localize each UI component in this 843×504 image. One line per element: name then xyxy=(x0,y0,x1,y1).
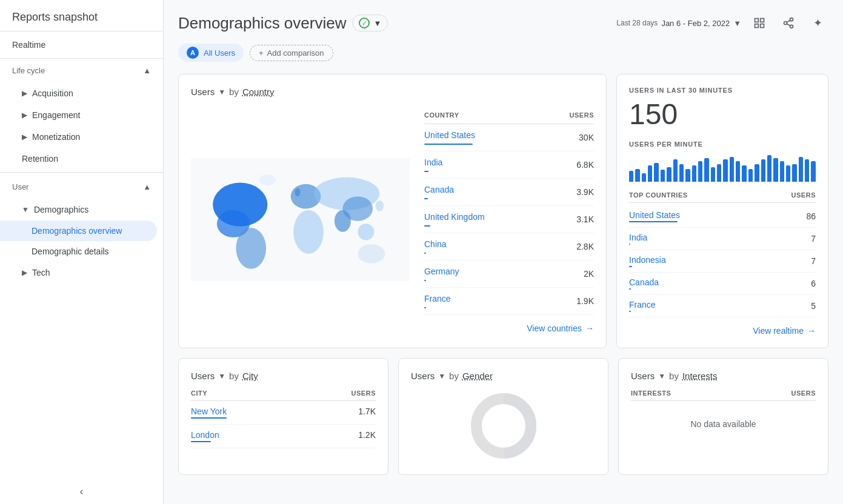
svg-point-17 xyxy=(342,197,373,222)
bar xyxy=(799,157,803,182)
bar xyxy=(704,158,708,182)
chevron-down-icon: ▼ xyxy=(22,205,29,214)
chevron-right-icon: ▶ xyxy=(22,89,27,98)
table-row: United States 30K xyxy=(424,124,594,151)
bar xyxy=(736,161,740,182)
sidebar-item-retention[interactable]: Retention xyxy=(0,148,163,170)
bar xyxy=(711,167,715,182)
bar xyxy=(755,164,759,182)
bar xyxy=(648,165,652,182)
country-table: COUNTRY USERS United States 30K India 6.… xyxy=(424,107,594,333)
sidebar-item-realtime[interactable]: Realtime xyxy=(0,31,163,59)
bar xyxy=(767,155,771,182)
bar xyxy=(761,159,765,182)
interests-card-title: Users ▼ by Interests xyxy=(631,371,816,381)
main-cards-row: Users ▼ by Country xyxy=(178,74,828,348)
sparkle-icon-button[interactable]: ✦ xyxy=(807,12,828,34)
interests-card: Users ▼ by Interests INTERESTS USERS No … xyxy=(618,358,828,475)
svg-rect-1 xyxy=(761,19,764,22)
gender-donut-chart xyxy=(411,390,596,462)
table-row: India 7 xyxy=(629,228,816,250)
map-section: COUNTRY USERS United States 30K India 6.… xyxy=(191,107,594,333)
page-title: Demographics overview xyxy=(178,14,346,33)
per-minute-chart xyxy=(629,151,816,182)
bar xyxy=(811,161,815,182)
bar xyxy=(635,169,639,182)
no-data-message: No data available xyxy=(631,401,816,447)
table-row: United States 86 xyxy=(629,205,816,228)
svg-rect-0 xyxy=(755,19,759,22)
table-row: China 2.8K xyxy=(424,233,594,260)
dropdown-arrow-icon[interactable]: ▼ xyxy=(218,372,225,380)
arrow-right-icon: → xyxy=(807,326,816,336)
map-card-title: Users ▼ by Country xyxy=(191,87,594,97)
table-row: United Kingdom 3.1K xyxy=(424,206,594,233)
bar xyxy=(679,164,684,182)
chevron-up-icon: ▲ xyxy=(143,66,151,75)
collapse-sidebar-button[interactable]: ‹ xyxy=(80,485,84,498)
interests-col-headers: INTERESTS USERS xyxy=(631,390,816,401)
status-badge[interactable]: ✓ ▼ xyxy=(352,15,388,31)
date-range-selector[interactable]: Last 28 days Jan 6 - Feb 2, 2022 ▼ xyxy=(616,19,741,28)
sidebar-sub-item-demographic-details[interactable]: Demographic details xyxy=(0,241,163,262)
sidebar-section-lifecycle[interactable]: Life cycle ▲ xyxy=(0,59,163,82)
svg-point-14 xyxy=(293,210,324,254)
share-icon-button[interactable] xyxy=(778,12,799,34)
bar xyxy=(673,159,678,182)
svg-point-22 xyxy=(259,175,276,186)
add-comparison-button[interactable]: + Add comparison xyxy=(250,45,333,61)
svg-point-19 xyxy=(358,245,385,264)
main-content: Demographics overview ✓ ▼ Last 28 days J… xyxy=(164,0,843,504)
svg-point-18 xyxy=(358,224,374,240)
realtime-user-count: 150 xyxy=(629,98,816,131)
bar xyxy=(654,163,658,182)
view-realtime-link[interactable]: View realtime → xyxy=(629,326,816,336)
sidebar-sub-item-demographics-overview[interactable]: Demographics overview xyxy=(0,220,157,241)
sidebar-item-demographics[interactable]: ▼ Demographics xyxy=(0,199,163,220)
bar xyxy=(717,164,721,182)
sidebar-section-user[interactable]: User ▲ xyxy=(0,175,163,199)
dropdown-arrow-icon[interactable]: ▼ xyxy=(658,372,665,380)
gender-card-title: Users ▼ by Gender xyxy=(411,371,596,381)
bar xyxy=(786,165,790,182)
bottom-cards-row: Users ▼ by City CITY USERS New York 1.7K… xyxy=(178,358,828,475)
sidebar-item-acquisition[interactable]: ▶ Acquisition xyxy=(0,82,163,104)
chevron-down-icon: ▼ xyxy=(733,19,741,28)
per-minute-label: USERS PER MINUTE xyxy=(629,141,816,148)
bar xyxy=(685,169,690,182)
dropdown-arrow-icon[interactable]: ▼ xyxy=(218,88,225,96)
gender-card: Users ▼ by Gender xyxy=(398,358,608,475)
page-title-row: Demographics overview ✓ ▼ xyxy=(178,14,388,33)
sidebar-item-monetization[interactable]: ▶ Monetization xyxy=(0,126,163,148)
svg-point-21 xyxy=(295,188,300,197)
table-row: Germany 2K xyxy=(424,260,594,288)
svg-rect-3 xyxy=(761,24,764,28)
sidebar-item-tech[interactable]: ▶ Tech xyxy=(0,262,163,284)
bar xyxy=(629,171,633,182)
bar xyxy=(692,165,696,182)
bar xyxy=(780,161,784,182)
chart-icon-button[interactable] xyxy=(748,12,770,34)
view-countries-link[interactable]: View countries → xyxy=(424,323,594,333)
header-right: Last 28 days Jan 6 - Feb 2, 2022 ▼ ✦ xyxy=(616,12,828,34)
bar xyxy=(792,164,796,182)
table-row: Canada 6 xyxy=(629,273,816,295)
bar xyxy=(742,165,746,182)
world-map[interactable] xyxy=(191,107,410,333)
bar xyxy=(642,173,646,182)
table-row: India 6.8K xyxy=(424,151,594,179)
city-col-headers: CITY USERS xyxy=(191,390,376,401)
country-table-header: COUNTRY USERS xyxy=(424,107,594,124)
sidebar-item-engagement[interactable]: ▶ Engagement xyxy=(0,104,163,126)
dropdown-arrow-icon[interactable]: ▼ xyxy=(438,372,445,380)
all-users-chip[interactable]: A All Users xyxy=(178,44,244,62)
svg-point-6 xyxy=(790,25,793,28)
sidebar: Reports snapshot Realtime Life cycle ▲ ▶… xyxy=(0,0,164,504)
chevron-right-icon: ▶ xyxy=(22,268,27,277)
realtime-title: USERS IN LAST 30 MINUTES xyxy=(629,87,816,94)
bar xyxy=(723,159,727,182)
city-card: Users ▼ by City CITY USERS New York 1.7K… xyxy=(178,358,388,475)
svg-line-7 xyxy=(787,24,790,25)
bar xyxy=(748,169,753,182)
map-card: Users ▼ by Country xyxy=(178,74,607,348)
